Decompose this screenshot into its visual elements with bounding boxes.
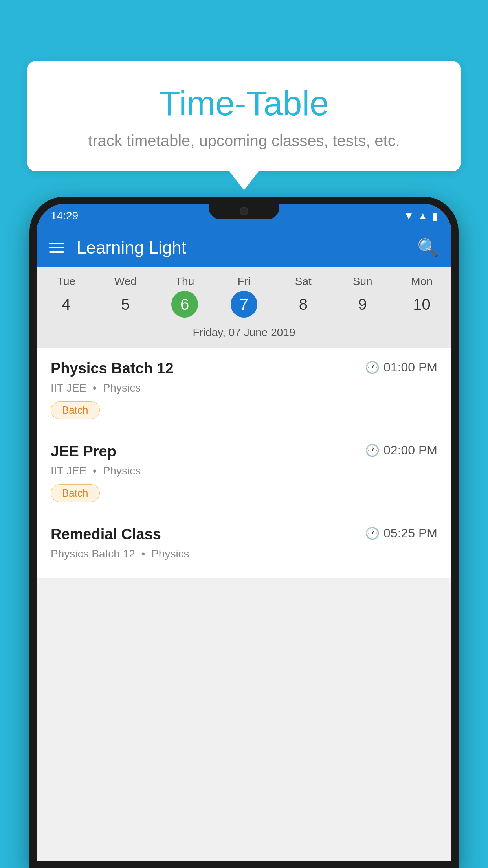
app-bar: Learning Light 🔍 — [37, 228, 451, 267]
status-icons: ▼ ▲ ▮ — [404, 210, 437, 222]
day-10[interactable]: 10 — [392, 291, 451, 318]
clock-icon-3: 🕐 — [365, 526, 380, 540]
bubble-subtitle: track timetable, upcoming classes, tests… — [50, 132, 438, 150]
day-header-sat[interactable]: Sat — [273, 275, 333, 288]
day-4[interactable]: 4 — [37, 291, 96, 318]
app-title: Learning Light — [77, 238, 417, 257]
item-1-title: Physics Batch 12 — [51, 360, 174, 377]
day-9[interactable]: 9 — [333, 291, 392, 318]
item-2-time: 🕐 02:00 PM — [365, 443, 437, 458]
item-3-time-value: 05:25 PM — [383, 526, 437, 541]
item-2-batch-tag[interactable]: Batch — [51, 484, 100, 502]
clock-icon-2: 🕐 — [365, 443, 380, 457]
bubble-title: Time-Table — [50, 85, 438, 123]
item-1-header: Physics Batch 12 🕐 01:00 PM — [51, 360, 437, 377]
item-2-header: JEE Prep 🕐 02:00 PM — [51, 443, 437, 460]
phone-screen: 14:29 ▼ ▲ ▮ Learning Light 🔍 Tue Wed Thu — [37, 204, 451, 861]
clock-icon-1: 🕐 — [365, 360, 380, 374]
search-icon[interactable]: 🔍 — [417, 237, 439, 258]
day-header-mon[interactable]: Mon — [392, 275, 451, 288]
phone-notch — [209, 204, 279, 219]
schedule-item-1[interactable]: Physics Batch 12 🕐 01:00 PM IIT JEE • Ph… — [37, 348, 451, 430]
calendar-strip: Tue Wed Thu Fri Sat Sun Mon 4 5 6 7 8 9 … — [37, 267, 451, 348]
day-numbers: 4 5 6 7 8 9 10 — [37, 291, 451, 318]
day-headers: Tue Wed Thu Fri Sat Sun Mon — [37, 275, 451, 288]
day-5[interactable]: 5 — [96, 291, 155, 318]
item-1-time: 🕐 01:00 PM — [365, 360, 437, 375]
day-header-tue[interactable]: Tue — [37, 275, 96, 288]
item-3-time: 🕐 05:25 PM — [365, 526, 437, 541]
phone-camera — [240, 207, 248, 215]
phone-frame: 14:29 ▼ ▲ ▮ Learning Light 🔍 Tue Wed Thu — [29, 197, 459, 868]
speech-bubble: Time-Table track timetable, upcoming cla… — [27, 61, 461, 171]
signal-icon: ▲ — [418, 210, 428, 222]
day-header-wed[interactable]: Wed — [96, 275, 155, 288]
day-header-sun[interactable]: Sun — [333, 275, 392, 288]
day-6-today[interactable]: 6 — [171, 291, 198, 318]
item-3-subtitle: Physics Batch 12 • Physics — [51, 548, 437, 560]
item-3-title: Remedial Class — [51, 526, 161, 543]
schedule-item-2[interactable]: JEE Prep 🕐 02:00 PM IIT JEE • Physics Ba… — [37, 430, 451, 513]
day-header-fri[interactable]: Fri — [215, 275, 274, 288]
item-2-time-value: 02:00 PM — [383, 443, 437, 458]
item-1-subtitle: IIT JEE • Physics — [51, 382, 437, 394]
schedule-list: Physics Batch 12 🕐 01:00 PM IIT JEE • Ph… — [37, 348, 451, 578]
hamburger-menu-icon[interactable] — [49, 243, 64, 253]
schedule-item-3[interactable]: Remedial Class 🕐 05:25 PM Physics Batch … — [37, 513, 451, 578]
item-3-header: Remedial Class 🕐 05:25 PM — [51, 526, 437, 543]
status-time: 14:29 — [51, 210, 78, 222]
item-1-batch-tag[interactable]: Batch — [51, 401, 100, 419]
item-2-title: JEE Prep — [51, 443, 116, 460]
day-header-thu[interactable]: Thu — [155, 275, 215, 288]
day-7-selected[interactable]: 7 — [231, 291, 257, 318]
selected-date: Friday, 07 June 2019 — [37, 323, 451, 344]
day-8[interactable]: 8 — [273, 291, 333, 318]
battery-icon: ▮ — [432, 210, 437, 222]
item-2-subtitle: IIT JEE • Physics — [51, 465, 437, 477]
wifi-icon: ▼ — [404, 210, 414, 222]
item-1-time-value: 01:00 PM — [383, 360, 437, 375]
